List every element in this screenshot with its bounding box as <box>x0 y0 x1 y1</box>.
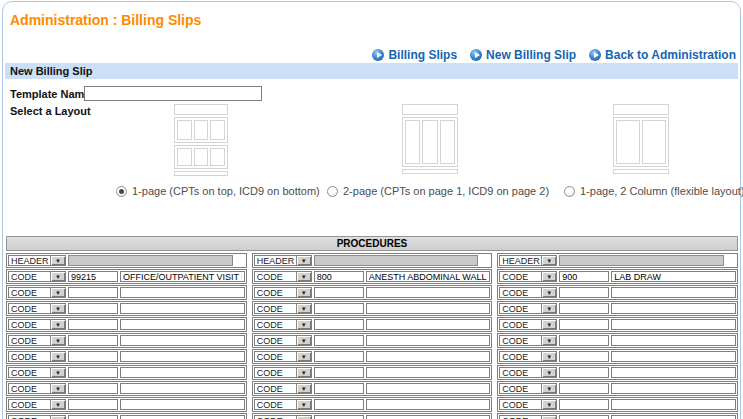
row-type-select[interactable]: CODE▼ <box>499 351 557 362</box>
description-input[interactable] <box>366 415 491 419</box>
row-type-select[interactable]: CODE▼ <box>8 319 66 330</box>
description-input[interactable] <box>366 351 491 362</box>
description-input[interactable] <box>366 303 491 314</box>
description-input[interactable] <box>611 383 736 394</box>
row-type-select[interactable]: CODE▼ <box>254 271 312 282</box>
row-type-select[interactable]: CODE▼ <box>254 415 312 419</box>
row-type-select[interactable]: CODE▼ <box>8 335 66 346</box>
row-type-select[interactable]: CODE▼ <box>499 399 557 410</box>
code-input[interactable] <box>68 399 118 410</box>
description-input[interactable] <box>611 271 736 282</box>
row-type-select[interactable]: CODE▼ <box>254 319 312 330</box>
description-input[interactable] <box>611 367 736 378</box>
code-input[interactable] <box>68 367 118 378</box>
description-input[interactable] <box>611 415 736 419</box>
code-input[interactable] <box>314 383 364 394</box>
code-input[interactable] <box>68 415 118 419</box>
template-name-input[interactable] <box>84 86 262 101</box>
code-input[interactable] <box>68 383 118 394</box>
code-input[interactable] <box>314 351 364 362</box>
layout-radio[interactable] <box>327 186 338 197</box>
row-type-select[interactable]: CODE▼ <box>8 303 66 314</box>
code-input[interactable] <box>314 399 364 410</box>
row-type-select[interactable]: CODE▼ <box>8 415 66 419</box>
description-input[interactable] <box>120 367 245 378</box>
description-input[interactable] <box>120 303 245 314</box>
code-input[interactable] <box>559 303 609 314</box>
code-input[interactable] <box>314 303 364 314</box>
description-input[interactable] <box>120 319 245 330</box>
code-input[interactable] <box>559 271 609 282</box>
description-input[interactable] <box>611 303 736 314</box>
code-input[interactable] <box>559 399 609 410</box>
row-type-select[interactable]: HEADER▼ <box>499 255 557 266</box>
code-input[interactable] <box>68 351 118 362</box>
description-input[interactable] <box>611 319 736 330</box>
code-input[interactable] <box>68 335 118 346</box>
code-input[interactable] <box>314 271 364 282</box>
description-input[interactable] <box>120 351 245 362</box>
row-type-select[interactable]: HEADER▼ <box>8 255 66 266</box>
code-input[interactable] <box>68 319 118 330</box>
row-type-select[interactable]: CODE▼ <box>499 271 557 282</box>
code-input[interactable] <box>68 287 118 298</box>
code-input[interactable] <box>559 287 609 298</box>
row-type-select[interactable]: CODE▼ <box>254 367 312 378</box>
code-input[interactable] <box>314 287 364 298</box>
row-type-select[interactable]: CODE▼ <box>499 367 557 378</box>
row-type-select[interactable]: CODE▼ <box>499 319 557 330</box>
row-type-select[interactable]: CODE▼ <box>8 399 66 410</box>
row-type-select[interactable]: CODE▼ <box>499 287 557 298</box>
row-type-select[interactable]: CODE▼ <box>8 383 66 394</box>
description-input[interactable] <box>120 271 245 282</box>
nav-link-new-billing-slip[interactable]: New Billing Slip <box>470 48 576 62</box>
row-type-select[interactable]: CODE▼ <box>254 383 312 394</box>
code-input[interactable] <box>68 271 118 282</box>
code-input[interactable] <box>314 335 364 346</box>
row-type-select[interactable]: CODE▼ <box>8 351 66 362</box>
code-input[interactable] <box>559 367 609 378</box>
row-type-select[interactable]: CODE▼ <box>254 351 312 362</box>
code-input[interactable] <box>314 367 364 378</box>
nav-link-back-to-administration[interactable]: Back to Administration <box>589 48 736 62</box>
row-type-select[interactable]: CODE▼ <box>499 415 557 419</box>
row-type-select[interactable]: CODE▼ <box>8 287 66 298</box>
nav-link-billing-slips[interactable]: Billing Slips <box>372 48 457 62</box>
row-type-select[interactable]: CODE▼ <box>499 335 557 346</box>
code-input[interactable] <box>559 415 609 419</box>
row-type-select[interactable]: CODE▼ <box>499 383 557 394</box>
description-input[interactable] <box>366 383 491 394</box>
code-input[interactable] <box>559 335 609 346</box>
row-type-select[interactable]: CODE▼ <box>254 287 312 298</box>
description-input[interactable] <box>120 399 245 410</box>
description-input[interactable] <box>366 271 491 282</box>
row-type-select[interactable]: CODE▼ <box>254 303 312 314</box>
description-input[interactable] <box>120 383 245 394</box>
description-input[interactable] <box>366 335 491 346</box>
description-input[interactable] <box>611 287 736 298</box>
row-type-select[interactable]: CODE▼ <box>254 399 312 410</box>
description-input[interactable] <box>366 367 491 378</box>
code-input[interactable] <box>559 319 609 330</box>
description-input[interactable] <box>611 399 736 410</box>
row-type-select[interactable]: HEADER▼ <box>254 255 312 266</box>
row-type-select[interactable]: CODE▼ <box>499 303 557 314</box>
code-input[interactable] <box>314 319 364 330</box>
row-type-select[interactable]: CODE▼ <box>254 335 312 346</box>
code-input[interactable] <box>559 351 609 362</box>
description-input[interactable] <box>611 335 736 346</box>
description-input[interactable] <box>366 399 491 410</box>
description-input[interactable] <box>611 351 736 362</box>
description-input[interactable] <box>120 335 245 346</box>
row-type-select[interactable]: CODE▼ <box>8 271 66 282</box>
layout-radio[interactable] <box>116 186 127 197</box>
row-type-select[interactable]: CODE▼ <box>8 367 66 378</box>
code-input[interactable] <box>314 415 364 419</box>
code-input[interactable] <box>68 303 118 314</box>
description-input[interactable] <box>366 319 491 330</box>
description-input[interactable] <box>120 287 245 298</box>
code-input[interactable] <box>559 383 609 394</box>
description-input[interactable] <box>120 415 245 419</box>
layout-radio[interactable] <box>564 186 575 197</box>
description-input[interactable] <box>366 287 491 298</box>
